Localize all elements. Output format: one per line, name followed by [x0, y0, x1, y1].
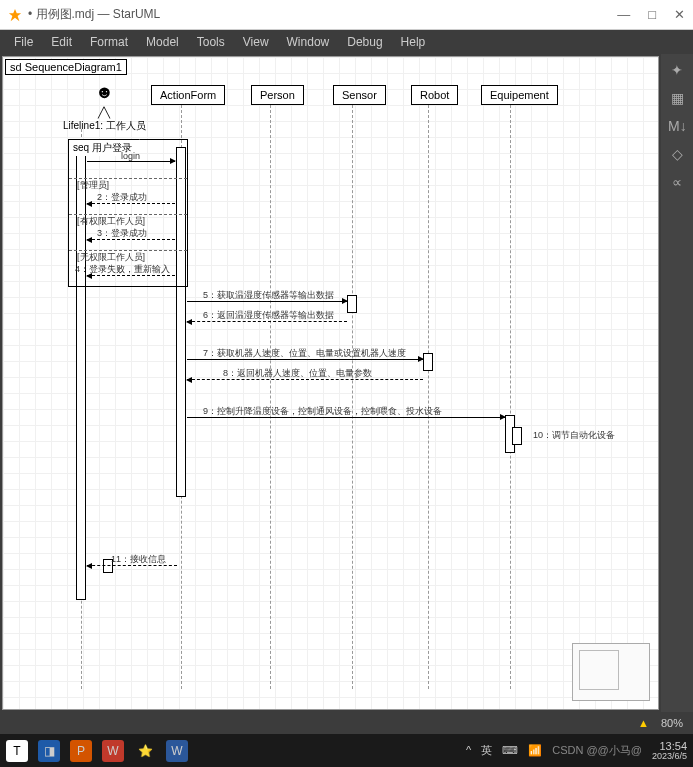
task-app1-icon[interactable]: ◨ — [38, 740, 60, 762]
grid-icon[interactable]: ▦ — [668, 90, 686, 108]
main-area: sd SequenceDiagram1 ☻╱╲ Lifeline1: 工作人员 … — [0, 54, 693, 712]
task-t-icon[interactable]: T — [6, 740, 28, 762]
menu-file[interactable]: File — [6, 32, 41, 52]
app-icon — [8, 8, 22, 22]
arrow-login[interactable] — [87, 161, 175, 162]
lifeline-dash-equipement — [510, 105, 511, 689]
arrow-9[interactable] — [187, 417, 505, 418]
puzzle-icon[interactable]: ✦ — [668, 62, 686, 80]
menubar: FileEditFormatModelToolsViewWindowDebugH… — [0, 30, 693, 54]
arrow-3[interactable] — [87, 239, 175, 240]
lifeline-equipement[interactable]: Equipement — [481, 85, 558, 105]
activation-sensor[interactable] — [347, 295, 357, 313]
share-icon[interactable]: ∝ — [668, 174, 686, 192]
tray-date[interactable]: 2023/6/5 — [652, 752, 687, 762]
window-controls: — □ ✕ — [617, 7, 685, 22]
menu-debug[interactable]: Debug — [339, 32, 390, 52]
task-star-icon[interactable]: ⭐ — [134, 740, 156, 762]
minimap[interactable] — [572, 643, 650, 701]
menu-edit[interactable]: Edit — [43, 32, 80, 52]
lifeline-dash-robot — [428, 105, 429, 689]
lifeline-sensor[interactable]: Sensor — [333, 85, 386, 105]
menu-model[interactable]: Model — [138, 32, 187, 52]
close-button[interactable]: ✕ — [674, 7, 685, 22]
task-wps-icon[interactable]: W — [102, 740, 124, 762]
arrow-2[interactable] — [87, 203, 175, 204]
activation-robot[interactable] — [423, 353, 433, 371]
maximize-button[interactable]: □ — [648, 7, 656, 22]
minimize-button[interactable]: — — [617, 7, 630, 22]
task-word-icon[interactable]: W — [166, 740, 188, 762]
msg-login: login — [121, 151, 140, 161]
arrow-5[interactable] — [187, 301, 347, 302]
menu-format[interactable]: Format — [82, 32, 136, 52]
lifeline-actionform[interactable]: ActionForm — [151, 85, 225, 105]
menu-view[interactable]: View — [235, 32, 277, 52]
window-title: • 用例图.mdj — StarUML — [28, 6, 617, 23]
tray-ime-icon[interactable]: ⌨ — [502, 744, 518, 757]
actor-lifeline[interactable]: ☻╱╲ Lifeline1: 工作人员 — [63, 83, 146, 133]
task-ppt-icon[interactable]: P — [70, 740, 92, 762]
lifeline-person[interactable]: Person — [251, 85, 304, 105]
menu-tools[interactable]: Tools — [189, 32, 233, 52]
zoom-level[interactable]: 80% — [661, 717, 683, 729]
diamond-icon[interactable]: ◇ — [668, 146, 686, 164]
tray-clock[interactable]: 13:54 — [652, 740, 687, 752]
tray-watermark: CSDN @@小马@ — [552, 743, 642, 758]
actor-icon: ☻╱╲ — [63, 83, 146, 119]
msg-10: 10：调节自动化设备 — [533, 429, 615, 442]
markdown-icon[interactable]: M↓ — [668, 118, 686, 136]
arrow-11[interactable] — [87, 565, 177, 566]
minimap-viewport — [579, 650, 619, 690]
lifeline-dash-sensor — [352, 105, 353, 689]
taskbar: T ◨ P W ⭐ W ^ 英 ⌨ 📶 CSDN @@小马@ 13:54 202… — [0, 734, 693, 767]
arrow-8[interactable] — [187, 379, 423, 380]
warning-icon[interactable]: ▲ — [638, 717, 649, 729]
arrow-7[interactable] — [187, 359, 423, 360]
system-tray: ^ 英 ⌨ 📶 CSDN @@小马@ 13:54 2023/6/5 — [466, 740, 687, 762]
diagram-canvas[interactable]: sd SequenceDiagram1 ☻╱╲ Lifeline1: 工作人员 … — [2, 56, 659, 710]
titlebar: • 用例图.mdj — StarUML — □ ✕ — [0, 0, 693, 30]
lifeline-robot[interactable]: Robot — [411, 85, 458, 105]
arrow-4[interactable] — [87, 275, 175, 276]
arrow-6[interactable] — [187, 321, 347, 322]
menu-window[interactable]: Window — [279, 32, 338, 52]
tray-lang[interactable]: 英 — [481, 743, 492, 758]
actor-label: Lifeline1: 工作人员 — [63, 119, 146, 133]
statusbar: ▲ 80% — [0, 712, 693, 734]
menu-help[interactable]: Help — [393, 32, 434, 52]
svg-marker-0 — [9, 8, 21, 20]
side-toolbar: ✦ ▦ M↓ ◇ ∝ — [661, 54, 693, 712]
tray-wifi-icon[interactable]: 📶 — [528, 744, 542, 757]
activation-equipement-self[interactable] — [512, 427, 522, 445]
tray-chevron-icon[interactable]: ^ — [466, 744, 471, 756]
lifeline-dash-person — [270, 105, 271, 689]
diagram-frame-label: sd SequenceDiagram1 — [5, 59, 127, 75]
